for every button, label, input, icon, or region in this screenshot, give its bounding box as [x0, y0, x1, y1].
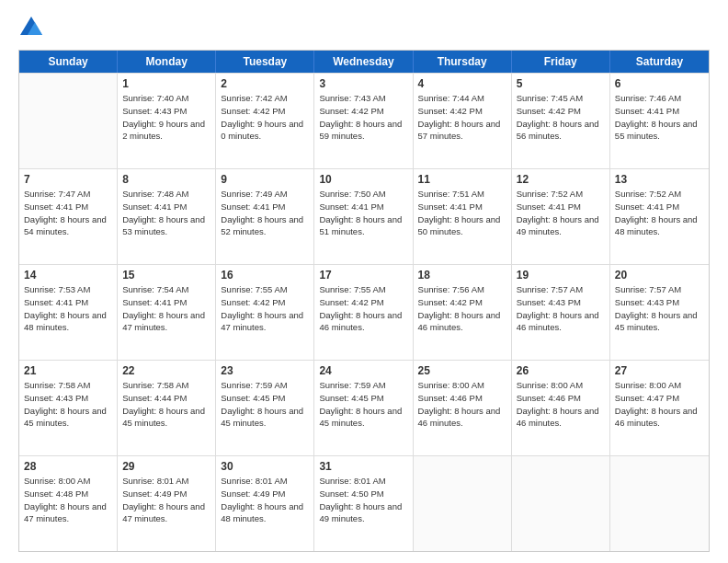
- cell-info: Sunset: 4:41 PM: [221, 201, 309, 213]
- calendar-cell: [19, 74, 118, 168]
- day-number: 28: [24, 460, 112, 473]
- cell-info: Sunset: 4:41 PM: [24, 201, 112, 213]
- cell-info: Sunset: 4:41 PM: [615, 201, 704, 213]
- day-number: 24: [319, 364, 407, 377]
- calendar-cell: [414, 456, 512, 551]
- cell-info: Sunset: 4:43 PM: [615, 296, 704, 309]
- day-number: 17: [319, 269, 407, 282]
- cell-info: Sunset: 4:46 PM: [517, 392, 605, 405]
- cell-info: Sunset: 4:46 PM: [418, 392, 506, 405]
- cell-info: Daylight: 8 hours and 51 minutes.: [319, 213, 407, 239]
- calendar-cell: 19Sunrise: 7:57 AMSunset: 4:43 PMDayligh…: [512, 265, 610, 360]
- calendar-cell: 18Sunrise: 7:56 AMSunset: 4:42 PMDayligh…: [414, 265, 512, 360]
- cell-info: Sunset: 4:47 PM: [615, 392, 704, 405]
- cell-info: Daylight: 8 hours and 54 minutes.: [24, 213, 112, 239]
- day-number: 25: [418, 364, 506, 377]
- day-number: 13: [615, 173, 704, 186]
- cell-info: Sunrise: 8:01 AM: [122, 475, 210, 488]
- cell-info: Sunrise: 8:01 AM: [319, 475, 407, 488]
- cell-info: Daylight: 8 hours and 46 minutes.: [517, 309, 605, 335]
- day-number: 19: [517, 269, 605, 282]
- calendar-cell: 24Sunrise: 7:59 AMSunset: 4:45 PMDayligh…: [314, 361, 413, 455]
- day-number: 10: [319, 173, 407, 186]
- calendar-week: 28Sunrise: 8:00 AMSunset: 4:48 PMDayligh…: [19, 455, 709, 551]
- day-number: 30: [221, 460, 309, 473]
- cell-info: Daylight: 8 hours and 45 minutes.: [122, 405, 210, 431]
- cell-info: Sunset: 4:43 PM: [122, 105, 210, 118]
- day-number: 21: [24, 364, 112, 377]
- cell-info: Sunset: 4:42 PM: [517, 105, 605, 118]
- cell-info: Daylight: 8 hours and 59 minutes.: [319, 118, 407, 144]
- cell-info: Daylight: 8 hours and 46 minutes.: [517, 405, 605, 431]
- cell-info: Daylight: 8 hours and 55 minutes.: [615, 118, 704, 144]
- calendar-cell: 26Sunrise: 8:00 AMSunset: 4:46 PMDayligh…: [512, 361, 610, 455]
- calendar-cell: 11Sunrise: 7:51 AMSunset: 4:41 PMDayligh…: [414, 169, 512, 264]
- day-number: 29: [122, 460, 210, 473]
- calendar-cell: [610, 456, 709, 551]
- day-number: 7: [24, 173, 112, 186]
- page: SundayMondayTuesdayWednesdayThursdayFrid…: [0, 0, 728, 563]
- cell-info: Daylight: 8 hours and 45 minutes.: [221, 405, 309, 431]
- cell-info: Daylight: 8 hours and 46 minutes.: [319, 309, 407, 335]
- day-number: 5: [517, 77, 605, 90]
- cell-info: Sunrise: 7:55 AM: [319, 283, 407, 296]
- cell-info: Sunrise: 7:52 AM: [615, 188, 704, 201]
- weekday-header: Tuesday: [216, 51, 314, 73]
- weekday-header: Monday: [118, 51, 216, 73]
- cell-info: Sunrise: 7:40 AM: [122, 92, 210, 105]
- day-number: 26: [517, 364, 605, 377]
- cell-info: Daylight: 8 hours and 45 minutes.: [319, 405, 407, 431]
- cell-info: Sunset: 4:42 PM: [319, 105, 407, 118]
- cell-info: Sunrise: 8:01 AM: [221, 475, 309, 488]
- header: [18, 15, 710, 40]
- cell-info: Sunset: 4:41 PM: [319, 201, 407, 213]
- cell-info: Daylight: 8 hours and 48 minutes.: [221, 500, 309, 526]
- cell-info: Sunset: 4:41 PM: [24, 296, 112, 309]
- cell-info: Sunrise: 8:00 AM: [24, 475, 112, 488]
- cell-info: Sunset: 4:45 PM: [221, 392, 309, 405]
- calendar-cell: 21Sunrise: 7:58 AMSunset: 4:43 PMDayligh…: [19, 361, 118, 455]
- day-number: 31: [319, 460, 407, 473]
- cell-info: Sunrise: 7:54 AM: [122, 283, 210, 296]
- cell-info: Daylight: 8 hours and 52 minutes.: [221, 213, 309, 239]
- cell-info: Daylight: 8 hours and 47 minutes.: [122, 500, 210, 526]
- calendar-cell: 23Sunrise: 7:59 AMSunset: 4:45 PMDayligh…: [216, 361, 314, 455]
- cell-info: Sunrise: 7:43 AM: [319, 92, 407, 105]
- weekday-header: Thursday: [414, 51, 512, 73]
- cell-info: Sunrise: 7:58 AM: [24, 379, 112, 392]
- day-number: 11: [418, 173, 506, 186]
- cell-info: Sunset: 4:42 PM: [319, 296, 407, 309]
- calendar: SundayMondayTuesdayWednesdayThursdayFrid…: [18, 50, 710, 552]
- cell-info: Daylight: 8 hours and 48 minutes.: [615, 213, 704, 239]
- calendar-cell: 2Sunrise: 7:42 AMSunset: 4:42 PMDaylight…: [216, 74, 314, 168]
- weekday-header: Wednesday: [314, 51, 413, 73]
- cell-info: Sunrise: 7:53 AM: [24, 283, 112, 296]
- cell-info: Sunset: 4:42 PM: [221, 296, 309, 309]
- cell-info: Sunrise: 7:57 AM: [615, 283, 704, 296]
- cell-info: Sunset: 4:42 PM: [418, 105, 506, 118]
- calendar-cell: 10Sunrise: 7:50 AMSunset: 4:41 PMDayligh…: [314, 169, 413, 264]
- cell-info: Sunrise: 8:00 AM: [517, 379, 605, 392]
- calendar-cell: 17Sunrise: 7:55 AMSunset: 4:42 PMDayligh…: [314, 265, 413, 360]
- calendar-cell: 13Sunrise: 7:52 AMSunset: 4:41 PMDayligh…: [610, 169, 709, 264]
- day-number: 12: [517, 173, 605, 186]
- calendar-cell: 7Sunrise: 7:47 AMSunset: 4:41 PMDaylight…: [19, 169, 118, 264]
- cell-info: Sunrise: 7:49 AM: [221, 188, 309, 201]
- cell-info: Sunset: 4:43 PM: [517, 296, 605, 309]
- cell-info: Daylight: 9 hours and 0 minutes.: [221, 118, 309, 144]
- calendar-cell: 25Sunrise: 8:00 AMSunset: 4:46 PMDayligh…: [414, 361, 512, 455]
- cell-info: Sunset: 4:49 PM: [221, 488, 309, 500]
- cell-info: Daylight: 8 hours and 47 minutes.: [122, 309, 210, 335]
- cell-info: Sunset: 4:41 PM: [122, 296, 210, 309]
- cell-info: Sunset: 4:45 PM: [319, 392, 407, 405]
- cell-info: Sunset: 4:41 PM: [418, 201, 506, 213]
- cell-info: Sunset: 4:41 PM: [615, 105, 704, 118]
- cell-info: Sunrise: 7:50 AM: [319, 188, 407, 201]
- calendar-cell: 16Sunrise: 7:55 AMSunset: 4:42 PMDayligh…: [216, 265, 314, 360]
- cell-info: Sunrise: 7:59 AM: [221, 379, 309, 392]
- calendar-cell: 3Sunrise: 7:43 AMSunset: 4:42 PMDaylight…: [314, 74, 413, 168]
- cell-info: Sunrise: 8:00 AM: [615, 379, 704, 392]
- calendar-week: 14Sunrise: 7:53 AMSunset: 4:41 PMDayligh…: [19, 264, 709, 360]
- cell-info: Daylight: 8 hours and 46 minutes.: [418, 309, 506, 335]
- day-number: 14: [24, 269, 112, 282]
